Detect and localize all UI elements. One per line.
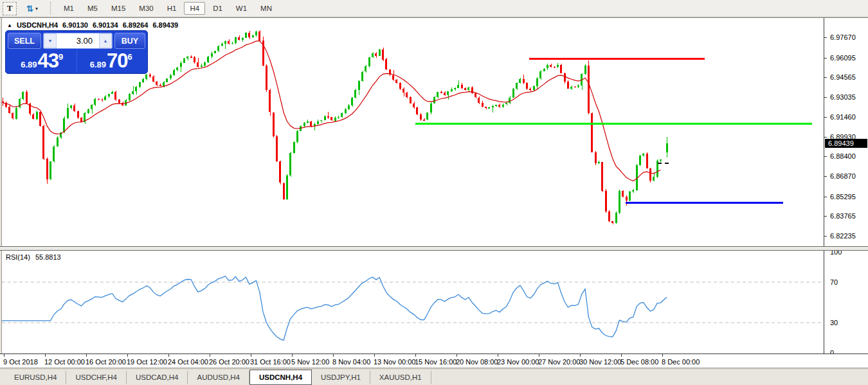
timeframe-button-m5[interactable]: M5: [82, 2, 104, 15]
current-price-tag: 6.89439: [825, 139, 867, 148]
time-axis-tick: [333, 354, 334, 357]
timeframe-button-mn[interactable]: MN: [255, 2, 278, 15]
time-axis-label: 26 Oct 20:00: [209, 358, 249, 366]
sell-price-main: 43: [38, 51, 59, 71]
buy-price-quote[interactable]: 6.89 70 6: [77, 49, 146, 73]
bar-close-value: 6.89439: [152, 21, 178, 29]
time-axis-label: 20 Nov 08:00: [456, 358, 498, 366]
price-axis-label: 6.85295: [830, 193, 856, 201]
pane-resize-handle[interactable]: [0, 246, 868, 251]
time-axis-label: 8 Dec 00:00: [662, 358, 700, 366]
time-axis-label: 24 Oct 04:00: [168, 358, 208, 366]
chart-tab-usdcad[interactable]: USDCAD,H4: [127, 371, 188, 384]
time-axis-label: 16 Oct 20:00: [86, 358, 126, 366]
chart-tab-bar: EURUSD,H4USDCHF,H4USDCAD,H4AUDUSD,H4USDC…: [0, 370, 868, 385]
chart-tab-usdchf[interactable]: USDCHF,H4: [66, 371, 127, 384]
collapse-panel-icon[interactable]: ▲: [7, 22, 12, 28]
timeframe-button-h4[interactable]: H4: [184, 2, 205, 15]
time-axis-label: 5 Nov 12:00: [291, 358, 329, 366]
time-axis-tick: [127, 354, 128, 357]
sell-price-prefix: 6.89: [21, 60, 37, 69]
price-axis-tick: [824, 137, 827, 138]
time-axis-label: 31 Oct 16:00: [250, 358, 291, 366]
toolbar: T ⇅ ▾ M1M5M15M30H1H4D1W1MN: [0, 0, 868, 17]
chart-tab-audusd[interactable]: AUDUSD,H4: [188, 371, 249, 384]
price-axis-tick: [824, 58, 827, 58]
sell-button[interactable]: SELL: [8, 33, 41, 49]
chart-tab-eurusd[interactable]: EURUSD,H4: [5, 371, 66, 384]
dropdown-caret-icon: ▾: [35, 6, 38, 12]
timeframe-button-w1[interactable]: W1: [230, 2, 253, 15]
rsi-label: RSI(14) 55.8813: [6, 253, 61, 261]
time-axis-tick: [580, 354, 581, 357]
main-chart-plot[interactable]: ▲ USDCNH,H4 6.90130 6.90134 6.89264 6.89…: [2, 18, 824, 246]
rsi-axis-label: 70: [830, 278, 838, 286]
timeframe-button-m1[interactable]: M1: [58, 2, 80, 15]
time-axis-tick: [621, 354, 622, 357]
timeframe-button-h1[interactable]: H1: [161, 2, 183, 15]
last-bar-dash-marker: [658, 163, 669, 164]
time-axis-tick: [374, 354, 375, 357]
price-axis-tick: [824, 37, 827, 38]
one-click-trading-panel: SELL ▼ 3.00 ▲ BUY 6.89 43 9 6.89 70 6: [5, 30, 148, 74]
time-axis-tick: [86, 354, 87, 357]
bar-open-value: 6.90130: [62, 21, 88, 29]
time-axis-label: 15 Nov 16:00: [415, 358, 457, 366]
price-axis-label: 6.82235: [830, 232, 856, 240]
text-label-tool-button[interactable]: T: [3, 2, 17, 15]
price-axis-tick: [824, 97, 827, 98]
support-line-blue[interactable]: [626, 202, 783, 204]
arrows-icon: ⇅: [26, 4, 33, 13]
rsi-line-chart: [2, 251, 824, 354]
price-axis-label: 6.83765: [830, 212, 856, 220]
buy-price-pip: 6: [128, 52, 132, 62]
volume-input[interactable]: 3.00: [57, 33, 99, 48]
sell-price-quote[interactable]: 6.89 43 9: [8, 49, 77, 73]
rsi-indicator-pane[interactable]: RSI(14) 55.8813: [2, 251, 824, 354]
time-axis-label: 13 Nov 00:00: [374, 358, 415, 366]
time-axis-tick: [539, 354, 539, 357]
support-line-green[interactable]: [415, 123, 812, 125]
price-axis-label: 6.97670: [830, 33, 856, 41]
chart-tab-usdjpy[interactable]: USDJPY,H1: [312, 371, 370, 384]
time-axis-label: 23 Nov 00:00: [497, 358, 539, 366]
timeframe-button-m15[interactable]: M15: [105, 2, 131, 15]
timeframe-button-m30[interactable]: M30: [133, 2, 159, 15]
arrows-tool-button[interactable]: ⇅ ▾: [21, 2, 44, 15]
rsi-name: RSI(14): [6, 253, 30, 261]
buy-button[interactable]: BUY: [114, 33, 145, 49]
price-axis[interactable]: 6.976706.960956.945656.930356.914606.899…: [824, 18, 868, 354]
price-axis-label: 6.91460: [830, 113, 856, 121]
timeframe-button-group: M1M5M15M30H1H4D1W1MN: [58, 2, 280, 15]
bar-high-value: 6.90134: [93, 21, 118, 29]
price-axis-label: 6.93035: [830, 93, 856, 101]
price-axis-tick: [824, 77, 827, 78]
time-axis-label: 8 Nov 04:00: [332, 358, 370, 366]
volume-increase-button[interactable]: ▲: [99, 33, 112, 48]
time-axis-tick: [457, 354, 457, 357]
rsi-axis-label: 30: [830, 319, 838, 327]
price-axis-tick: [824, 236, 827, 237]
time-axis[interactable]: 9 Oct 201812 Oct 00:0016 Oct 20:0019 Oct…: [0, 354, 868, 368]
price-axis-tick: [824, 197, 827, 197]
time-axis-label: 9 Oct 2018: [3, 358, 38, 366]
price-axis-label: 6.88400: [830, 152, 856, 160]
resistance-line[interactable]: [529, 58, 705, 60]
price-axis-label: 6.96095: [830, 54, 856, 62]
price-axis-tick: [824, 216, 827, 217]
time-axis-tick: [415, 354, 416, 357]
time-axis-label: 27 Nov 20:00: [538, 358, 580, 366]
chart-tab-xauusd[interactable]: XAUUSD,H1: [370, 371, 431, 384]
volume-decrease-button[interactable]: ▼: [44, 33, 57, 48]
bar-low-value: 6.89264: [123, 21, 149, 29]
chart-tab-usdcnh[interactable]: USDCNH,H4: [249, 370, 312, 385]
time-axis-tick: [498, 354, 498, 357]
time-axis-tick: [168, 354, 169, 357]
time-axis-tick: [292, 354, 293, 357]
chart-symbol-line: ▲ USDCNH,H4 6.90130 6.90134 6.89264 6.89…: [7, 21, 178, 29]
timeframe-button-d1[interactable]: D1: [207, 2, 228, 15]
time-axis-label: 12 Oct 00:00: [44, 358, 85, 366]
time-axis-label: 5 Dec 08:00: [620, 358, 658, 366]
buy-price-main: 70: [107, 51, 127, 71]
volume-stepper: ▼ 3.00 ▲: [43, 33, 113, 49]
